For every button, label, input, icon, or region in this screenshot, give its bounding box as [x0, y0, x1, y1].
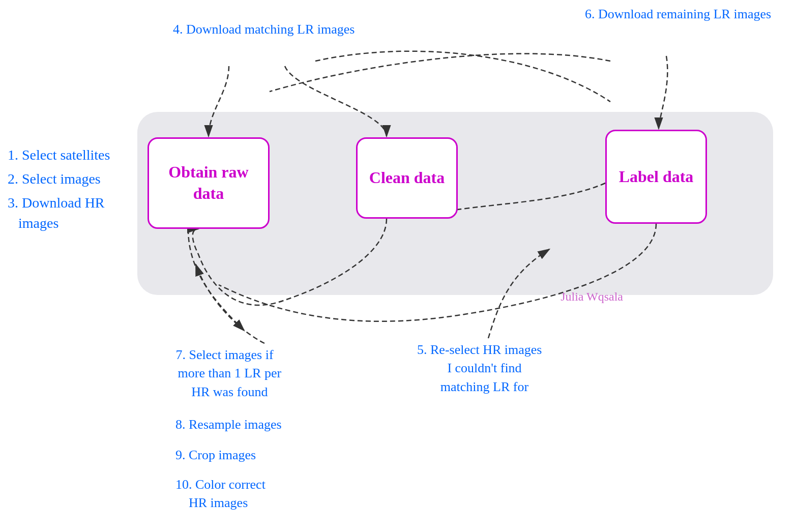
step8-label: 8. Resample images: [175, 417, 282, 432]
step9-label: 9. Crop images: [175, 448, 256, 463]
step10-label: 10. Color correct HR images: [175, 476, 266, 513]
node-label-data: Label data: [605, 130, 707, 224]
step3-label: 3. Download HR images: [8, 193, 110, 232]
node-obtain-raw-data: Obtain raw data: [148, 137, 270, 229]
step4-label: 4. Download matching LR images: [173, 20, 355, 39]
step6-label: 6. Download remaining LR images: [585, 5, 771, 23]
step1-label: 1. Select satellites: [8, 145, 110, 165]
step5-label: 5. Re-select HR images I couldn't find m…: [417, 341, 542, 396]
node-clean-data: Clean data: [356, 137, 458, 219]
diagram-container: Obtain raw data Clean data Label data 1.…: [0, 0, 796, 532]
step2-label: 2. Select images: [8, 169, 110, 189]
signature: Julia Wqsala: [561, 290, 623, 304]
left-labels: 1. Select satellites 2. Select images 3.…: [8, 145, 110, 237]
step7-label: 7. Select images if more than 1 LR per H…: [168, 346, 281, 401]
